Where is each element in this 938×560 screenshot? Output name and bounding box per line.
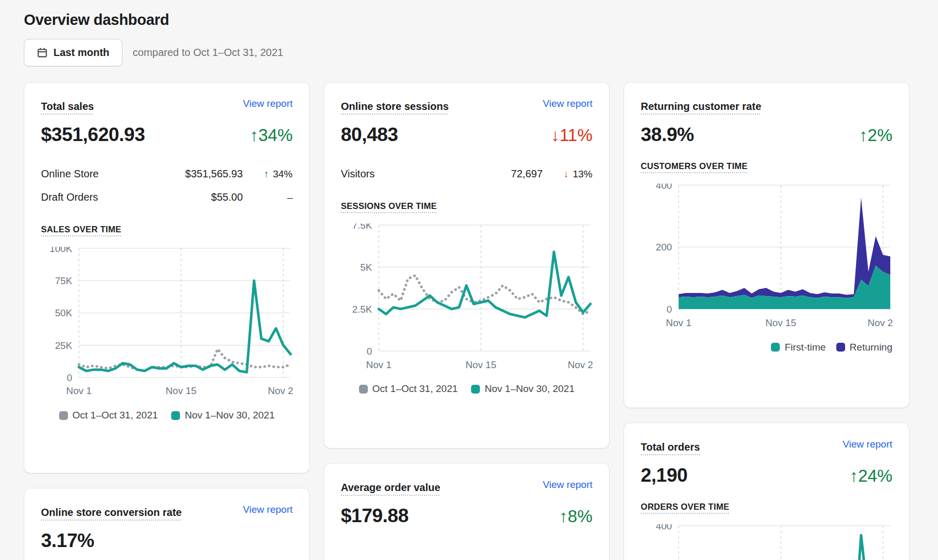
orders-over-time-chart: 0200400Nov 1Nov 15Nov 29: [641, 524, 892, 560]
row-value: $351,565.93: [185, 168, 243, 180]
conversion-rate-card: Online store conversion rate View report…: [24, 488, 310, 560]
svg-text:400: 400: [656, 524, 672, 531]
svg-text:Nov 15: Nov 15: [465, 359, 496, 370]
svg-text:200: 200: [656, 242, 672, 253]
legend-item-first-time: First-time: [771, 342, 825, 353]
calendar-icon: [37, 47, 48, 58]
up-arrow-icon: ↑: [264, 169, 269, 180]
sales-over-time-chart: 025K50K75K100KNov 1Nov 15Nov 29: [41, 247, 293, 398]
orders-value: 2,190: [641, 465, 687, 486]
svg-text:Nov 1: Nov 1: [66, 385, 92, 396]
compare-period-text: compared to Oct 1–Oct 31, 2021: [133, 47, 283, 59]
sessions_over_time-svg: 02.5K5K7.5KNov 1Nov 15Nov 29: [341, 223, 592, 372]
legend-item-current: Nov 1–Nov 30, 2021: [171, 410, 274, 421]
aov-delta: ↑8%: [559, 507, 592, 526]
column-2: Online store sessions View report 80,483…: [324, 82, 610, 560]
online-store-sessions-card: Online store sessions View report 80,483…: [324, 82, 610, 449]
legend-item-previous: Oct 1–Oct 31, 2021: [359, 383, 458, 395]
sessions-value: 80,483: [341, 124, 398, 146]
returning-rate-delta: ↑2%: [859, 125, 892, 145]
card-title-sessions: Online store sessions: [341, 98, 449, 115]
svg-text:50K: 50K: [55, 307, 73, 318]
page-title: Overview dashboard: [24, 11, 914, 29]
svg-text:400: 400: [656, 184, 672, 191]
down-arrow-icon: ↓: [563, 169, 569, 180]
svg-text:0: 0: [667, 304, 672, 315]
svg-text:Nov 15: Nov 15: [765, 317, 796, 328]
view-report-link[interactable]: View report: [243, 504, 293, 515]
returning-rate-value: 38.9%: [641, 124, 694, 146]
view-report-link[interactable]: View report: [843, 439, 892, 450]
legend-swatch-teal: [471, 385, 480, 394]
overview-dashboard-page: Overview dashboard Last month compared t…: [0, 0, 938, 560]
svg-text:2.5K: 2.5K: [352, 304, 373, 315]
svg-text:0: 0: [367, 346, 372, 357]
breakdown-rows: Visitors 72,697 ↓13%: [341, 162, 592, 186]
table-row: Online Store $351,565.93 ↑34%: [41, 162, 293, 186]
svg-text:75K: 75K: [55, 275, 73, 286]
card-title-aov: Average order value: [341, 479, 440, 496]
card-title-conversion: Online store conversion rate: [41, 504, 182, 521]
cards-grid: Total sales View report $351,620.93 ↑34%…: [24, 82, 914, 560]
column-1: Total sales View report $351,620.93 ↑34%…: [24, 82, 310, 560]
view-report-link[interactable]: View report: [543, 479, 592, 491]
legend-swatch-teal: [171, 411, 180, 420]
card-title-returning: Returning customer rate: [641, 98, 761, 115]
legend-item-previous: Oct 1–Oct 31, 2021: [59, 410, 158, 421]
sessions-over-time-chart: 02.5K5K7.5KNov 1Nov 15Nov 29: [341, 223, 592, 372]
row-label: Online Store: [41, 168, 185, 180]
legend-swatch-navy: [836, 343, 845, 352]
legend-swatch-gray: [359, 385, 368, 394]
row-label: Draft Orders: [41, 191, 211, 203]
legend-swatch-teal: [771, 343, 780, 352]
total-sales-value: $351,620.93: [41, 124, 145, 146]
svg-text:Nov 29: Nov 29: [568, 359, 592, 370]
total-orders-card: Total orders View report 2,190 ↑24% ORDE…: [624, 423, 909, 560]
svg-text:Nov 29: Nov 29: [268, 385, 293, 396]
svg-text:Nov 29: Nov 29: [867, 317, 892, 328]
svg-text:Nov 1: Nov 1: [366, 359, 392, 370]
legend-item-returning: Returning: [836, 342, 892, 353]
svg-text:100K: 100K: [49, 247, 72, 254]
svg-text:25K: 25K: [55, 340, 73, 351]
sessions-delta: ↓11%: [551, 125, 592, 145]
row-value: 72,697: [511, 168, 543, 180]
chart-legend: Oct 1–Oct 31, 2021 Nov 1–Nov 30, 2021: [41, 410, 293, 421]
row-delta: ↑34%: [243, 169, 293, 180]
customers-over-time-chart: 0200400Nov 1Nov 15Nov 29: [641, 184, 892, 330]
card-title-orders: Total orders: [641, 439, 700, 455]
conversion-value: 3.17%: [41, 530, 94, 552]
view-report-link[interactable]: View report: [543, 98, 592, 109]
customers_over_time-svg: 0200400Nov 1Nov 15Nov 29: [641, 184, 892, 330]
date-range-label: Last month: [53, 47, 109, 59]
legend-swatch-gray: [59, 411, 68, 420]
row-delta: –: [243, 192, 293, 203]
orders_over_time-svg: 0200400Nov 1Nov 15Nov 29: [641, 524, 892, 560]
svg-text:Nov 1: Nov 1: [666, 317, 692, 328]
chart-legend: Oct 1–Oct 31, 2021 Nov 1–Nov 30, 2021: [341, 383, 592, 395]
table-row: Draft Orders $55.00 –: [41, 186, 293, 209]
chart-legend: First-time Returning: [641, 342, 892, 353]
row-value: $55.00: [211, 191, 243, 203]
svg-text:5K: 5K: [360, 262, 372, 273]
date-range-button[interactable]: Last month: [24, 39, 122, 66]
card-title-total-sales: Total sales: [41, 98, 94, 115]
section-label-sales-over-time: SALES OVER TIME: [41, 225, 293, 234]
returning-customer-rate-card: Returning customer rate 38.9% ↑2% CUSTOM…: [624, 82, 909, 408]
svg-text:Nov 15: Nov 15: [165, 385, 196, 396]
column-3: Returning customer rate 38.9% ↑2% CUSTOM…: [624, 82, 909, 560]
toolbar: Last month compared to Oct 1–Oct 31, 202…: [24, 39, 914, 66]
aov-value: $179.88: [341, 505, 408, 527]
section-label-orders-over-time: ORDERS OVER TIME: [641, 502, 892, 512]
section-label-customers-over-time: CUSTOMERS OVER TIME: [641, 161, 892, 171]
svg-text:7.5K: 7.5K: [352, 223, 373, 231]
orders-delta: ↑24%: [849, 466, 892, 486]
legend-item-current: Nov 1–Nov 30, 2021: [471, 383, 574, 395]
section-label-sessions-over-time: SESSIONS OVER TIME: [341, 201, 592, 211]
table-row: Visitors 72,697 ↓13%: [341, 162, 592, 186]
total-sales-delta: ↑34%: [250, 125, 293, 145]
total-sales-card: Total sales View report $351,620.93 ↑34%…: [24, 82, 310, 473]
sales_over_time-svg: 025K50K75K100KNov 1Nov 15Nov 29: [41, 247, 293, 398]
svg-text:0: 0: [67, 372, 72, 383]
view-report-link[interactable]: View report: [243, 98, 293, 109]
